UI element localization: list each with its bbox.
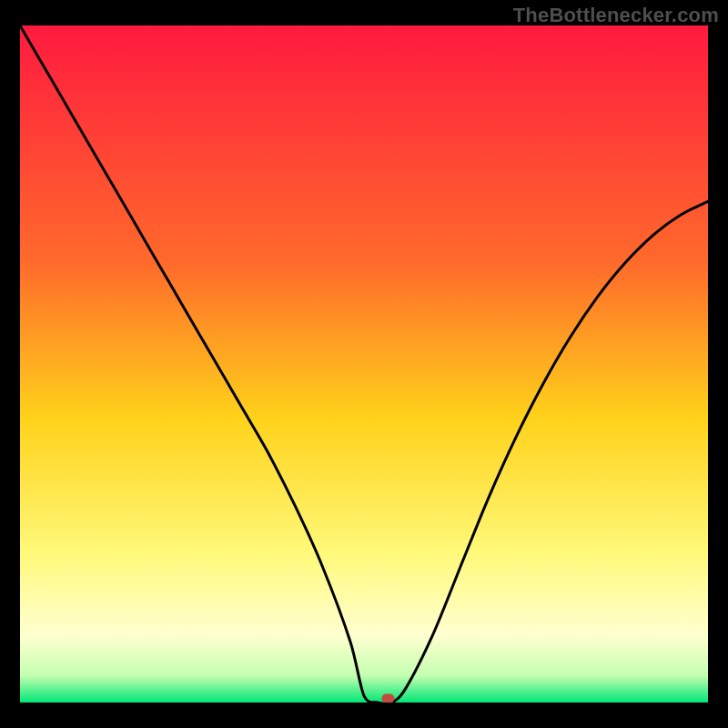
optimal-marker bbox=[381, 694, 394, 703]
chart-svg bbox=[20, 25, 708, 703]
chart-frame: TheBottlenecker.com bbox=[0, 0, 728, 728]
watermark-text: TheBottlenecker.com bbox=[513, 4, 719, 27]
gradient-background bbox=[20, 25, 708, 703]
plot-area bbox=[20, 25, 708, 703]
